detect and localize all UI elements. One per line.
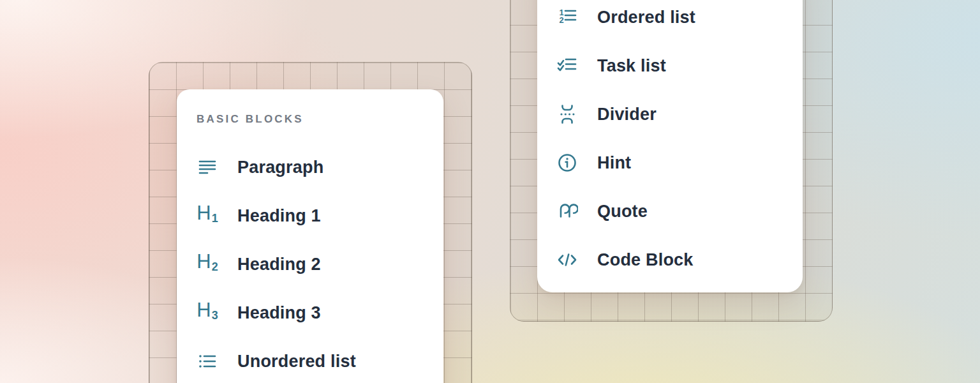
heading-3-icon: H3 xyxy=(197,302,218,324)
unordered-list-icon xyxy=(197,350,218,372)
menu-item-divider[interactable]: Divider xyxy=(556,90,803,139)
heading-2-icon: H2 xyxy=(197,253,218,275)
menu-item-label: Paragraph xyxy=(237,158,323,177)
menu-item-heading-1[interactable]: H1 Heading 1 xyxy=(197,192,443,240)
menu-item-task-list[interactable]: Task list xyxy=(556,41,803,90)
menu-item-label: Heading 1 xyxy=(237,206,321,226)
menu-item-label: Code Block xyxy=(597,250,694,270)
menu-item-label: Heading 2 xyxy=(237,255,321,274)
menu-item-label: Hint xyxy=(597,153,631,173)
menu-item-quote[interactable]: Quote xyxy=(556,187,803,236)
svg-text:2: 2 xyxy=(560,15,564,25)
menu-item-label: Ordered list xyxy=(597,8,695,27)
menu-item-paragraph[interactable]: Paragraph xyxy=(197,143,443,192)
hint-icon xyxy=(556,152,578,174)
ordered-list-icon: 1 2 xyxy=(556,6,578,28)
menu-item-heading-3[interactable]: H3 Heading 3 xyxy=(197,289,443,337)
menu-item-label: Quote xyxy=(597,202,648,222)
task-list-icon xyxy=(556,55,578,77)
menu-item-ordered-list[interactable]: 1 2 Ordered list xyxy=(556,0,803,41)
divider-icon xyxy=(556,103,578,125)
menu-item-label: Heading 3 xyxy=(237,303,321,323)
menu-item-heading-2[interactable]: H2 Heading 2 xyxy=(197,240,443,289)
blocks-menu: 1 2 Ordered list Task list xyxy=(537,0,803,292)
menu-item-code-block[interactable]: Code Block xyxy=(556,236,803,284)
menu-item-label: Divider xyxy=(597,105,657,124)
quote-icon xyxy=(556,200,578,222)
menu-item-label: Task list xyxy=(597,56,666,76)
code-block-icon xyxy=(556,249,578,271)
menu-item-label: Unordered list xyxy=(237,352,356,372)
heading-1-icon: H1 xyxy=(197,205,218,227)
paragraph-icon xyxy=(197,156,218,178)
menu-item-hint[interactable]: Hint xyxy=(556,139,803,187)
section-label: BASIC BLOCKS xyxy=(197,113,443,126)
basic-blocks-menu: BASIC BLOCKS Paragraph H1 Heading 1 H2 H… xyxy=(177,89,443,383)
menu-item-unordered-list[interactable]: Unordered list xyxy=(197,337,443,383)
